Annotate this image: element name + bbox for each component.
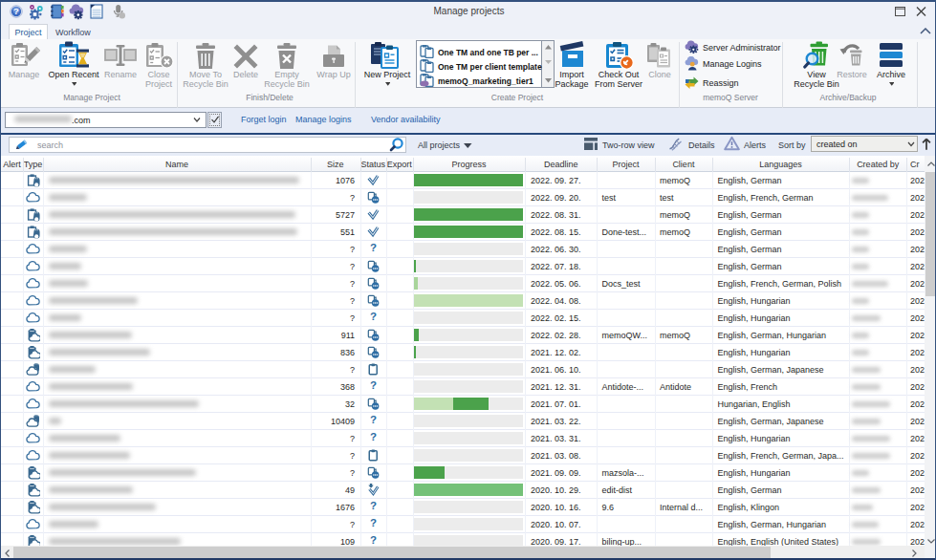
svg-text:?: ? <box>13 6 19 16</box>
